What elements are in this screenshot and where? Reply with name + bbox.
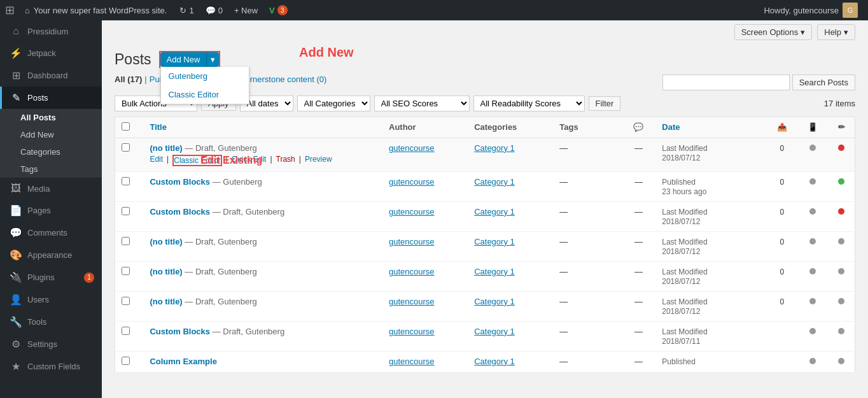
all-seo-select[interactable]: All SEO Scores <box>374 96 470 111</box>
site-name[interactable]: ⌂ Your new super fast WordPress site. <box>20 6 172 15</box>
sidebar-item-add-new[interactable]: Add New <box>0 126 102 143</box>
row-author-cell: gutencourse <box>382 261 468 291</box>
post-title-link[interactable]: (no title) <box>150 143 182 153</box>
th-icon3: ✏ <box>828 117 855 138</box>
sidebar-item-media[interactable]: 🖼 Media <box>0 178 102 199</box>
author-link[interactable]: gutencourse <box>389 327 435 336</box>
items-count: 17 items <box>824 99 855 108</box>
help-button[interactable]: Help ▾ <box>817 24 855 40</box>
preview-link[interactable]: Preview <box>305 155 332 166</box>
dropdown-item-classic-editor-header[interactable]: Classic Editor <box>161 85 249 104</box>
sidebar-item-posts[interactable]: ✎ Posts <box>0 87 102 109</box>
post-title-link[interactable]: Column Example <box>150 357 216 366</box>
row-categories-cell: Category 1 <box>468 231 553 261</box>
sidebar-item-appearance[interactable]: 🎨 Appearance <box>0 244 102 266</box>
adminbar-new[interactable]: + New <box>229 0 263 20</box>
adminbar-comments[interactable]: 💬 0 <box>200 0 228 20</box>
th-date-sort[interactable]: Date <box>662 122 680 132</box>
row-checkbox[interactable] <box>122 237 130 245</box>
sidebar-item-users[interactable]: 👤 Users <box>0 288 102 311</box>
row-categories-cell: Category 1 <box>468 351 553 372</box>
sidebar-item-pressidium[interactable]: ⌂ Pressidium <box>0 20 102 42</box>
adminbar-right: Howdy, gutencourse G <box>759 3 863 18</box>
readability-dot <box>838 328 844 334</box>
sidebar-item-jetpack[interactable]: ⚡ Jetpack <box>0 42 102 64</box>
sidebar-item-categories[interactable]: Categories <box>0 143 102 160</box>
sidebar-item-tools[interactable]: 🔧 Tools <box>0 311 102 333</box>
author-link[interactable]: gutencourse <box>389 237 435 246</box>
author-link[interactable]: gutencourse <box>389 267 435 276</box>
row-count-cell <box>767 351 797 372</box>
row-checkbox[interactable] <box>122 327 130 335</box>
post-title-link[interactable]: Custom Blocks <box>150 177 210 187</box>
post-title-link[interactable]: Custom Blocks <box>150 327 210 336</box>
post-title-link[interactable]: Custom Blocks <box>150 207 210 217</box>
post-status: — Draft, Gutenberg <box>185 267 256 276</box>
search-input[interactable] <box>662 75 790 90</box>
post-status: — Draft, Gutenberg <box>213 327 284 336</box>
sidebar-item-tags[interactable]: Tags <box>0 160 102 178</box>
sidebar-item-settings[interactable]: ⚙ Settings <box>0 333 102 355</box>
pressidium-icon: ⌂ <box>10 25 22 37</box>
all-posts-label: All Posts <box>20 113 56 122</box>
author-link[interactable]: gutencourse <box>389 143 435 153</box>
row-checkbox[interactable] <box>122 143 130 152</box>
post-title-link[interactable]: (no title) <box>150 297 182 306</box>
th-title-sort[interactable]: Title <box>150 122 167 132</box>
row-seo-dot-cell <box>797 171 828 201</box>
tab-cornerstone[interactable]: Cornerstone content (0) <box>239 75 326 84</box>
author-link[interactable]: gutencourse <box>389 207 435 217</box>
row-readability-dot-cell <box>828 201 855 231</box>
adminbar-plugin[interactable]: V 3 <box>264 0 293 20</box>
post-status: — Draft, Gutenberg <box>185 237 256 246</box>
post-title-link[interactable]: (no title) <box>150 237 182 246</box>
row-date-cell: Published <box>655 351 766 372</box>
tab-all[interactable]: All (17) <box>115 75 142 84</box>
adminbar-updates[interactable]: ↻ 1 <box>174 0 199 20</box>
row-checkbox[interactable] <box>122 267 130 275</box>
select-all-checkbox[interactable] <box>122 122 130 131</box>
category-link[interactable]: Category 1 <box>474 297 515 306</box>
sidebar-item-all-posts[interactable]: All Posts <box>0 109 102 126</box>
comment-count-cell: 0 <box>780 144 784 153</box>
author-link[interactable]: gutencourse <box>389 357 435 366</box>
category-link[interactable]: Category 1 <box>474 207 515 217</box>
category-link[interactable]: Category 1 <box>474 237 515 246</box>
author-link[interactable]: gutencourse <box>389 297 435 306</box>
filter-label: Filter <box>596 99 614 108</box>
category-link[interactable]: Category 1 <box>474 177 515 187</box>
new-label: + New <box>234 6 258 15</box>
category-link[interactable]: Category 1 <box>474 327 515 336</box>
sidebar-item-pages[interactable]: 📄 Pages <box>0 199 102 222</box>
adminbar-howdy[interactable]: Howdy, gutencourse G <box>759 3 863 18</box>
edit-link[interactable]: Edit <box>150 155 163 166</box>
sidebar-item-comments[interactable]: 💬 Comments <box>0 222 102 244</box>
sidebar-item-plugins[interactable]: 🔌 Plugins 1 <box>0 266 102 288</box>
all-categories-select[interactable]: All Categories <box>297 96 370 111</box>
trash-link[interactable]: Trash <box>276 155 295 166</box>
add-new-dropdown-toggle[interactable]: ▾ <box>206 52 219 67</box>
dropdown-item-gutenberg[interactable]: Gutenberg <box>161 67 249 85</box>
date-status: Last Modified <box>662 297 707 306</box>
date-value: 2018/07/12 <box>662 277 700 286</box>
search-posts-button[interactable]: Search Posts <box>792 75 855 90</box>
row-checkbox[interactable] <box>122 207 130 215</box>
row-seo-dot-cell <box>797 321 828 351</box>
author-link[interactable]: gutencourse <box>389 177 435 187</box>
post-title-link[interactable]: (no title) <box>150 267 182 276</box>
row-checkbox[interactable] <box>122 357 130 365</box>
category-link[interactable]: Category 1 <box>474 143 515 153</box>
category-link[interactable]: Category 1 <box>474 357 515 366</box>
filter-button[interactable]: Filter <box>589 96 621 111</box>
update-icon: ↻ <box>179 6 186 15</box>
sidebar-item-custom-fields[interactable]: ★ Custom Fields <box>0 355 102 378</box>
row-checkbox[interactable] <box>122 297 130 305</box>
site-name-text: Your new super fast WordPress site. <box>34 6 167 15</box>
row-checkbox[interactable] <box>122 177 130 185</box>
sidebar-item-dashboard[interactable]: ⊞ Dashboard <box>0 64 102 87</box>
all-readability-select[interactable]: All Readability Scores <box>473 96 585 111</box>
category-link[interactable]: Category 1 <box>474 267 515 276</box>
screen-options-button[interactable]: Screen Options ▾ <box>734 24 813 40</box>
add-new-button[interactable]: Add New <box>160 52 207 67</box>
wp-logo-icon[interactable]: ⊞ <box>5 3 15 17</box>
